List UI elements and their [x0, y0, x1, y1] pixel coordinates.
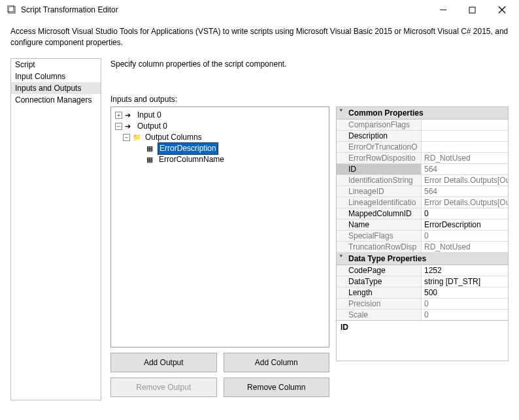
tree-label: Output 0 [136, 121, 169, 132]
property-value: Error Details.Outputs[Outp [422, 175, 508, 186]
tree-node-errorcolumnname[interactable]: ▦ ErrorColumnName [115, 154, 325, 165]
property-name: LineageIdentificatio [337, 197, 422, 208]
remove-column-button[interactable]: Remove Column [224, 378, 330, 397]
tree-label: ErrorDescription [158, 142, 218, 155]
property-value: 0 [422, 310, 508, 320]
nav-item-script[interactable]: Script [11, 59, 101, 71]
property-value[interactable] [422, 131, 508, 141]
property-row[interactable]: ErrorRowDispositioRD_NotUsed [337, 153, 508, 164]
property-value: 564 [422, 186, 508, 197]
property-name: Precision [337, 299, 422, 309]
inputs-outputs-label: Inputs and outputs: [110, 95, 509, 104]
property-value: 0 [422, 231, 508, 241]
minimize-button[interactable] [428, 1, 458, 19]
category-label: Common Properties [348, 108, 424, 118]
property-name: DataType [337, 276, 422, 287]
chevron-down-icon: ˅ [339, 108, 348, 117]
property-value: 0 [422, 299, 508, 309]
inputs-outputs-tree[interactable]: + ➔ Input 0 − ➔ Output 0 − 📁 Output Colu… [110, 106, 329, 347]
property-value[interactable]: 1252 [422, 265, 508, 276]
property-row[interactable]: DataTypestring [DT_STR] [337, 276, 508, 287]
tree-node-errordescription[interactable]: ▦ ErrorDescription [115, 143, 325, 154]
title-bar: Script Transformation Editor [0, 0, 519, 20]
property-row[interactable]: TruncationRowDispRD_NotUsed [337, 242, 508, 253]
property-panel: ˅ Common Properties ComparisonFlags Desc… [336, 106, 509, 361]
tree-node-output-columns[interactable]: − 📁 Output Columns [115, 132, 325, 143]
collapse-icon[interactable]: − [115, 123, 122, 130]
category-nav: Script Input Columns Inputs and Outputs … [10, 58, 101, 400]
category-label: Data Type Properties [348, 254, 426, 263]
nav-item-input-columns[interactable]: Input Columns [11, 71, 101, 82]
property-row[interactable]: Precision0 [337, 299, 508, 310]
nav-item-inputs-and-outputs[interactable]: Inputs and Outputs [11, 82, 101, 94]
property-value: RD_NotUsed [422, 153, 508, 163]
column-icon: ▦ [146, 154, 156, 165]
property-name: Name [337, 219, 422, 230]
property-value[interactable]: 500 [422, 287, 508, 298]
dialog-description: Access Microsoft Visual Studio Tools for… [0, 20, 519, 58]
property-name: CodePage [337, 265, 422, 276]
property-value: Error Details.Outputs[Outp [422, 197, 508, 208]
property-name: Description [337, 131, 422, 141]
property-row[interactable]: CodePage1252 [337, 265, 508, 276]
close-button[interactable] [487, 1, 516, 19]
property-row[interactable]: ErrorOrTruncationO [337, 142, 508, 153]
property-row[interactable]: NameErrorDescription [337, 219, 508, 231]
property-value [422, 120, 508, 130]
add-output-button[interactable]: Add Output [110, 353, 217, 372]
property-name: MappedColumnID [337, 208, 422, 219]
expand-icon[interactable]: + [115, 112, 122, 119]
arrow-right-icon: ➔ [125, 121, 134, 132]
property-name: ID [337, 164, 422, 174]
arrow-right-icon: ➔ [125, 110, 134, 121]
maximize-button[interactable] [458, 1, 487, 19]
add-column-button[interactable]: Add Column [224, 353, 330, 372]
property-row[interactable]: SpecialFlags0 [337, 231, 508, 242]
property-value[interactable]: string [DT_STR] [422, 276, 508, 287]
tree-label: Output Columns [144, 132, 203, 143]
tree-label: ErrorColumnName [158, 154, 226, 165]
property-value: RD_NotUsed [422, 242, 508, 252]
property-value[interactable]: 0 [422, 208, 508, 219]
window-title: Script Transformation Editor [21, 5, 428, 14]
property-row[interactable]: LineageIdentificatioError Details.Output… [337, 197, 508, 208]
tree-node-input0[interactable]: + ➔ Input 0 [115, 110, 325, 121]
property-name: ComparisonFlags [337, 120, 422, 130]
property-grid[interactable]: ˅ Common Properties ComparisonFlags Desc… [336, 106, 509, 321]
svg-rect-3 [469, 7, 475, 13]
property-row[interactable]: IdentificationStringError Details.Output… [337, 175, 508, 186]
property-row[interactable]: Scale0 [337, 310, 508, 320]
collapse-icon[interactable]: − [123, 134, 130, 141]
page-header: Specify column properties of the script … [110, 58, 509, 69]
app-icon [7, 5, 17, 15]
property-name: Scale [337, 310, 422, 320]
folder-icon: 📁 [133, 132, 142, 143]
property-category-datatype[interactable]: ˅ Data Type Properties [337, 253, 508, 265]
property-row[interactable]: MappedColumnID0 [337, 208, 508, 219]
property-name: TruncationRowDisp [337, 242, 422, 252]
property-description-box: ID [336, 321, 509, 361]
tree-node-output0[interactable]: − ➔ Output 0 [115, 121, 325, 132]
property-name: SpecialFlags [337, 231, 422, 241]
property-name: ErrorOrTruncationO [337, 142, 422, 152]
tree-label: Input 0 [136, 110, 163, 121]
property-row[interactable]: Description [337, 131, 508, 142]
property-description-title: ID [341, 323, 504, 332]
property-name: ErrorRowDispositio [337, 153, 422, 163]
property-name: IdentificationString [337, 175, 422, 186]
property-row[interactable]: Length500 [337, 287, 508, 299]
property-category-common[interactable]: ˅ Common Properties [337, 107, 508, 120]
chevron-down-icon: ˅ [339, 254, 348, 263]
property-name: LineageID [337, 186, 422, 197]
property-row[interactable]: LineageID564 [337, 186, 508, 197]
remove-output-button: Remove Output [110, 378, 217, 397]
property-row-id[interactable]: ID564 [337, 164, 508, 175]
property-value[interactable]: ErrorDescription [422, 219, 508, 230]
nav-item-connection-managers[interactable]: Connection Managers [11, 94, 101, 106]
column-icon: ▦ [146, 143, 156, 154]
property-name: Length [337, 287, 422, 298]
property-row[interactable]: ComparisonFlags [337, 120, 508, 131]
property-value: 564 [422, 164, 508, 174]
property-value [422, 142, 508, 152]
